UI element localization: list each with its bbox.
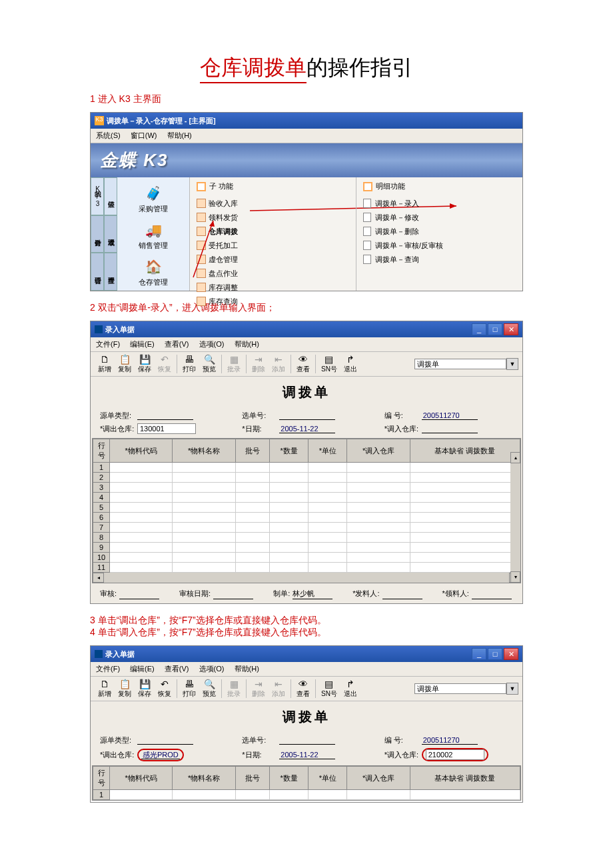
tbtn-new[interactable]: 🗋新增 xyxy=(95,678,115,699)
doctype-dropdown[interactable]: ▼ xyxy=(506,683,518,695)
in-wh-highlight[interactable] xyxy=(422,748,488,761)
vtab-mgmt[interactable]: 管理会计 xyxy=(91,253,104,291)
out-wh-highlight[interactable]: 感光PROD xyxy=(137,749,184,761)
menu-edit[interactable]: 编辑(E) xyxy=(130,665,155,673)
entry-grid-1[interactable]: 行号*物料代码*物料名称批号*数量*单位*调入仓库基本缺省 调拨数量123456… xyxy=(92,438,521,583)
tbtn-print[interactable]: 🖶打印 xyxy=(179,678,199,699)
doctype-dropdown[interactable]: ▼ xyxy=(506,358,518,370)
detail-item[interactable]: 调拨单－查询 xyxy=(363,253,516,267)
in-wh-input[interactable] xyxy=(426,749,484,760)
tbtn-del: ⇥删除 xyxy=(249,353,269,375)
doctype-input[interactable] xyxy=(414,359,506,369)
vtab-myk3[interactable]: 我的K/3 xyxy=(91,177,104,215)
page-title: 仓库调拨单的操作指引 xyxy=(90,53,523,83)
tbtn-undo[interactable]: ↶恢复 xyxy=(155,353,175,375)
menu-file[interactable]: 文件(F) xyxy=(96,340,120,348)
vtab-cost[interactable]: 成本管理 xyxy=(104,215,117,253)
detail-item[interactable]: 调拨单－修改 xyxy=(363,211,516,225)
menu-system[interactable]: 系统(S) xyxy=(96,131,121,139)
detail-function-pane: 明细功能 调拨单－录入调拨单－修改调拨单－删除调拨单－审核/反审核调拨单－查询 xyxy=(356,177,522,291)
tbtn-look[interactable]: 👁查看 xyxy=(293,353,313,375)
form-title: 调拨单 xyxy=(91,377,522,407)
tbtn-save[interactable]: 💾保存 xyxy=(135,678,155,699)
tbtn-batch: ▦批录 xyxy=(224,353,244,375)
menu-view[interactable]: 查看(V) xyxy=(165,340,189,348)
min-button[interactable]: _ xyxy=(472,648,486,660)
tbtn-sn[interactable]: ▤SN号 xyxy=(318,353,340,375)
tbtn-add: ⇤添加 xyxy=(269,353,289,375)
k3-titlebar: K3 调拨单－录入-仓存管理 - [主界面] xyxy=(91,113,522,129)
sub-function-header: 子 功能 xyxy=(197,181,349,191)
max-button[interactable]: □ xyxy=(488,323,502,335)
preview-icon: 🔍 xyxy=(204,354,215,365)
entry-grid-2[interactable]: 行号*物料代码*物料名称批号*数量*单位*调入仓库基本缺省 调拨数量1 xyxy=(92,765,521,801)
menu-window[interactable]: 窗口(W) xyxy=(131,131,157,139)
tbtn-copy[interactable]: 📋复制 xyxy=(115,353,135,375)
sub-item[interactable]: 库存查询 xyxy=(197,295,349,309)
vtab-prod[interactable]: 生产管理 xyxy=(104,253,117,291)
sn-icon: ▤ xyxy=(324,354,333,365)
tbtn-preview[interactable]: 🔍预览 xyxy=(199,353,219,375)
tbtn-print[interactable]: 🖶打印 xyxy=(179,353,199,375)
tbtn-new[interactable]: 🗋新增 xyxy=(95,353,115,375)
doctype-input[interactable] xyxy=(414,683,506,694)
new-icon: 🗋 xyxy=(100,354,109,365)
in-wh-field[interactable] xyxy=(422,425,478,433)
module-purchase[interactable]: 🧳采购管理 xyxy=(120,181,187,218)
vtab-supply[interactable]: 供应链 xyxy=(104,177,117,215)
detail-item[interactable]: 调拨单－删除 xyxy=(363,225,516,239)
menu-help[interactable]: 帮助(H) xyxy=(235,340,259,348)
sel-no-field[interactable] xyxy=(279,411,335,420)
tbtn-preview[interactable]: 🔍预览 xyxy=(199,678,219,699)
sub-item[interactable]: 受托加工 xyxy=(197,239,349,253)
tbtn-sn[interactable]: ▤SN号 xyxy=(318,678,340,699)
detail-item[interactable]: 调拨单－审核/反审核 xyxy=(363,239,516,253)
sub-item[interactable]: 虚仓管理 xyxy=(197,253,349,267)
module-column: 🧳采购管理 🚚销售管理 🏠仓存管理 xyxy=(117,177,190,291)
max-button[interactable]: □ xyxy=(488,648,502,660)
tbtn-look[interactable]: 👁查看 xyxy=(293,678,313,699)
k3-logo-bar: 金蝶 K3 xyxy=(91,143,522,177)
bag-icon: 🧳 xyxy=(143,184,164,203)
close-button[interactable]: ✕ xyxy=(504,323,518,335)
menu-help[interactable]: 帮助(H) xyxy=(167,131,192,139)
step-3: 3 单击“调出仓库”，按“F7”选择仓库或直接键入仓库代码。 xyxy=(90,615,523,627)
date-field[interactable]: 2005-11-22 xyxy=(279,425,335,433)
sub-function-pane: 子 功能 验收入库领料发货仓库调拨受托加工虚仓管理盘点作业库存调整库存查询 xyxy=(190,177,356,291)
menu-options[interactable]: 选项(O) xyxy=(199,665,225,673)
undo-icon: ↶ xyxy=(161,354,169,365)
entry-window-2: 录入单据 _□✕ 文件(F) 编辑(E) 查看(V) 选项(O) 帮助(H) 🗋… xyxy=(90,645,523,803)
module-sales[interactable]: 🚚销售管理 xyxy=(120,218,187,255)
menu-edit[interactable]: 编辑(E) xyxy=(130,340,155,348)
sub-item[interactable]: 仓库调拨 xyxy=(197,225,349,239)
menu-view[interactable]: 查看(V) xyxy=(165,665,189,673)
sub-item[interactable]: 领料发货 xyxy=(197,211,349,225)
out-wh-input[interactable] xyxy=(137,423,196,434)
min-button[interactable]: _ xyxy=(472,323,486,335)
src-type-field[interactable] xyxy=(137,411,193,420)
close-button[interactable]: ✕ xyxy=(504,648,518,660)
menu-file[interactable]: 文件(F) xyxy=(96,665,120,673)
entry1-toolbar: 🗋新增 📋复制 💾保存 ↶恢复 🖶打印 🔍预览 ▦批录 ⇥删除 ⇤添加 👁查看 … xyxy=(91,352,522,377)
menu-options[interactable]: 选项(O) xyxy=(199,340,225,348)
scroll-h[interactable]: ◂▸ xyxy=(93,573,520,583)
sub-item[interactable]: 库存调整 xyxy=(197,281,349,295)
sub-item[interactable]: 盘点作业 xyxy=(197,267,349,281)
tbtn-undo[interactable]: ↶恢复 xyxy=(155,678,175,699)
sub-item[interactable]: 验收入库 xyxy=(197,197,349,211)
entry1-menubar: 文件(F) 编辑(E) 查看(V) 选项(O) 帮助(H) xyxy=(91,337,522,352)
tbtn-exit[interactable]: ↱退出 xyxy=(340,353,360,375)
detail-item[interactable]: 调拨单－录入 xyxy=(363,197,516,211)
entry-window-1: 录入单据 _□✕ 文件(F) 编辑(E) 查看(V) 选项(O) 帮助(H) 🗋… xyxy=(90,321,523,604)
form-footer: 审核: 审核日期: 制单:林少帆 *发料人: *领料人: xyxy=(91,585,522,603)
tbtn-save[interactable]: 💾保存 xyxy=(135,353,155,375)
vtab-fin[interactable]: 财务会计 xyxy=(91,215,104,253)
scroll-v[interactable]: ▴▾ xyxy=(510,452,520,583)
vtabs-mid: 供应链 成本管理 生产管理 xyxy=(104,177,117,291)
tbtn-exit[interactable]: ↱退出 xyxy=(340,678,360,699)
tbtn-copy[interactable]: 📋复制 xyxy=(115,678,135,699)
house-icon: 🏠 xyxy=(143,257,164,276)
module-warehouse[interactable]: 🏠仓存管理 xyxy=(120,255,187,291)
k3-menubar: 系统(S) 窗口(W) 帮助(H) xyxy=(91,129,522,143)
menu-help[interactable]: 帮助(H) xyxy=(235,665,259,673)
